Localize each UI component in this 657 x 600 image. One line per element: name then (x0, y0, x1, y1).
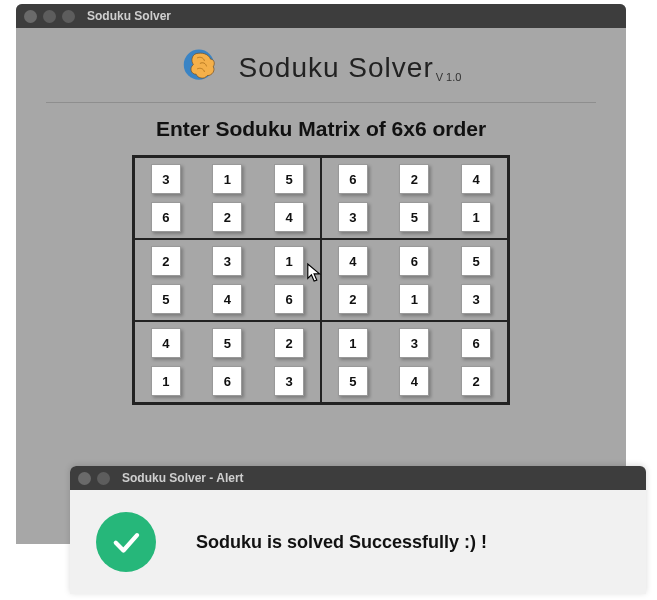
cell[interactable]: 2 (338, 284, 368, 314)
cell[interactable]: 3 (212, 246, 242, 276)
grid-box-1: 6 2 4 3 5 1 (321, 157, 508, 239)
cell[interactable]: 3 (399, 328, 429, 358)
app-version: V 1.0 (436, 71, 462, 83)
cell[interactable]: 1 (461, 202, 491, 232)
cell[interactable]: 5 (338, 366, 368, 396)
cell[interactable]: 6 (461, 328, 491, 358)
cell[interactable]: 6 (151, 202, 181, 232)
close-icon[interactable] (78, 472, 91, 485)
cell[interactable]: 6 (399, 246, 429, 276)
close-icon[interactable] (24, 10, 37, 23)
cell[interactable]: 5 (212, 328, 242, 358)
cell[interactable]: 2 (399, 164, 429, 194)
cell[interactable]: 1 (151, 366, 181, 396)
cell[interactable]: 1 (399, 284, 429, 314)
cell[interactable]: 3 (461, 284, 491, 314)
cell[interactable]: 6 (212, 366, 242, 396)
minimize-icon[interactable] (43, 10, 56, 23)
cell[interactable]: 4 (151, 328, 181, 358)
cell[interactable]: 4 (338, 246, 368, 276)
app-title-wrap: Soduku SolverV 1.0 (239, 52, 462, 84)
main-window-title: Soduku Solver (87, 9, 171, 23)
alert-message: Soduku is solved Successfully :) ! (196, 532, 487, 553)
cell[interactable]: 1 (338, 328, 368, 358)
alert-titlebar[interactable]: Soduku Solver - Alert (70, 466, 646, 490)
cell[interactable]: 4 (274, 202, 304, 232)
grid-box-3: 4 6 5 2 1 3 (321, 239, 508, 321)
alert-body: Soduku is solved Successfully :) ! (70, 490, 646, 594)
main-window: Soduku Solver Soduku SolverV 1.0 Enter S… (16, 4, 626, 544)
divider (46, 102, 596, 103)
alert-window-title: Soduku Solver - Alert (122, 471, 244, 485)
main-window-body: Soduku SolverV 1.0 Enter Soduku Matrix o… (16, 28, 626, 425)
grid-box-5: 1 3 6 5 4 2 (321, 321, 508, 403)
app-name: Soduku Solver (239, 52, 434, 83)
cell[interactable]: 1 (274, 246, 304, 276)
cell[interactable]: 3 (338, 202, 368, 232)
grid-box-2: 2 3 1 5 4 6 (134, 239, 321, 321)
cell[interactable]: 3 (274, 366, 304, 396)
cell[interactable]: 4 (399, 366, 429, 396)
sudoku-grid: 3 1 5 6 2 4 6 2 4 3 5 1 2 3 1 5 4 6 (132, 155, 510, 405)
success-check-icon (96, 512, 156, 572)
brain-icon (181, 44, 225, 92)
minimize-icon[interactable] (97, 472, 110, 485)
cell[interactable]: 2 (274, 328, 304, 358)
grid-box-0: 3 1 5 6 2 4 (134, 157, 321, 239)
cell[interactable]: 2 (212, 202, 242, 232)
cell[interactable]: 4 (212, 284, 242, 314)
maximize-icon[interactable] (62, 10, 75, 23)
alert-window: Soduku Solver - Alert Soduku is solved S… (70, 466, 646, 594)
app-header: Soduku SolverV 1.0 (46, 38, 596, 102)
instruction-text: Enter Soduku Matrix of 6x6 order (46, 117, 596, 141)
cell[interactable]: 2 (151, 246, 181, 276)
cell[interactable]: 6 (274, 284, 304, 314)
cell[interactable]: 5 (399, 202, 429, 232)
cell[interactable]: 4 (461, 164, 491, 194)
cell[interactable]: 6 (338, 164, 368, 194)
cell[interactable]: 5 (461, 246, 491, 276)
cell[interactable]: 3 (151, 164, 181, 194)
cell[interactable]: 5 (151, 284, 181, 314)
cell[interactable]: 2 (461, 366, 491, 396)
cell[interactable]: 1 (212, 164, 242, 194)
cell[interactable]: 5 (274, 164, 304, 194)
grid-box-4: 4 5 2 1 6 3 (134, 321, 321, 403)
main-titlebar[interactable]: Soduku Solver (16, 4, 626, 28)
